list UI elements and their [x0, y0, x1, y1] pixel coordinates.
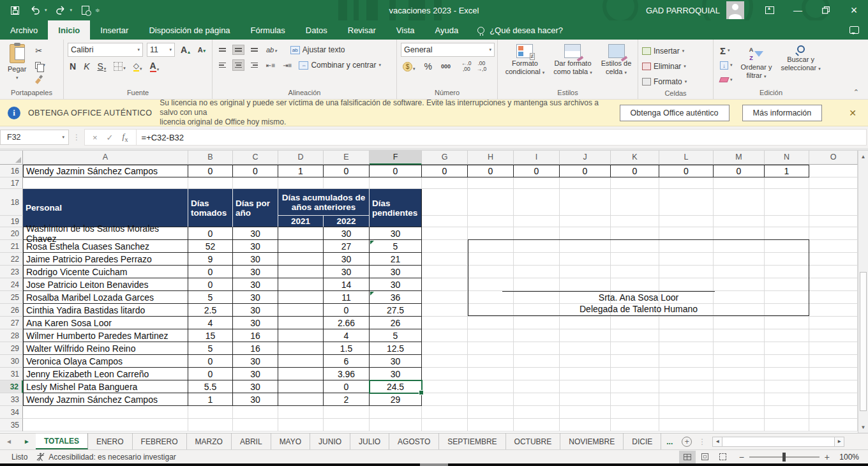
empty-cell[interactable] [422, 216, 468, 227]
empty-cell[interactable] [514, 355, 560, 368]
format-cells-button[interactable]: Formato▾ [642, 75, 687, 88]
cell-value[interactable]: 0 [560, 165, 611, 177]
cell-2021[interactable] [278, 266, 324, 278]
wrap-text-button[interactable]: abAjustar texto [290, 43, 345, 57]
empty-cell[interactable] [422, 227, 468, 240]
empty-cell[interactable] [765, 177, 809, 189]
empty-cell[interactable] [611, 329, 659, 342]
cell-dias-tomados[interactable]: 9 [188, 253, 233, 266]
empty-cell[interactable] [233, 419, 278, 432]
sheet-tab-enero[interactable]: ENERO [88, 433, 133, 449]
cell-dias-tomados[interactable]: 0 [188, 266, 233, 278]
empty-cell[interactable] [422, 355, 468, 368]
empty-cell[interactable] [422, 278, 468, 291]
empty-cell[interactable] [809, 329, 858, 342]
font-name-select[interactable]: Calibri▾ [68, 43, 143, 57]
cell-dias-pendientes[interactable]: 24.5 [370, 380, 422, 393]
empty-cell[interactable] [714, 393, 765, 406]
menu-tab-f-rmulas[interactable]: Fórmulas [241, 20, 296, 40]
menu-tab-insertar[interactable]: Insertar [90, 20, 138, 40]
empty-cell[interactable] [514, 419, 560, 432]
cell-dias-tomados[interactable]: 5 [188, 342, 233, 355]
empty-cell[interactable] [422, 342, 468, 355]
empty-cell[interactable] [809, 304, 858, 317]
empty-cell[interactable] [765, 406, 809, 419]
empty-cell[interactable] [468, 380, 514, 393]
header-dias-por-ano[interactable]: Días por año [233, 189, 278, 227]
empty-cell[interactable] [188, 419, 233, 432]
column-header-M[interactable]: M [714, 151, 765, 165]
empty-cell[interactable] [468, 419, 514, 432]
cell-name[interactable]: Ana Karen Sosa Loor [23, 317, 188, 329]
menu-tab-disposici-n-de-p-gina[interactable]: Disposición de página [138, 20, 240, 40]
format-painter-button[interactable] [33, 73, 48, 86]
cell-dias-por-ano[interactable]: 30 [233, 227, 278, 240]
format-as-table-button[interactable]: Dar formatocomo tabla ▾ [550, 43, 595, 78]
avatar[interactable] [726, 1, 744, 19]
cell-value[interactable]: 1 [765, 165, 809, 177]
column-header-K[interactable]: K [611, 151, 659, 165]
empty-cell[interactable] [514, 329, 560, 342]
autosum-button[interactable]: Σ▾ [717, 44, 735, 57]
cell-2021[interactable] [278, 393, 324, 406]
cell-name[interactable]: Wendy Jazmin Sánchez Campos [23, 165, 188, 177]
row-header-27[interactable]: 27 [0, 317, 23, 329]
cell-dias-pendientes[interactable]: 12.5 [370, 342, 422, 355]
empty-cell[interactable] [714, 216, 765, 227]
empty-cell[interactable] [514, 342, 560, 355]
cell-2021[interactable] [278, 291, 324, 304]
cell-value[interactable]: 1 [278, 165, 324, 177]
header-dias-acumulados[interactable]: Días acumulados de años anteriores [278, 189, 370, 216]
italic-button[interactable]: K [82, 61, 91, 72]
paste-button[interactable]: Pegar ▾ [4, 43, 30, 83]
user-name[interactable]: GAD PARROQUIAL [646, 6, 720, 15]
empty-cell[interactable] [611, 406, 659, 419]
insert-cells-button[interactable]: Insertar▾ [642, 45, 687, 57]
empty-cell[interactable] [468, 227, 514, 240]
column-header-E[interactable]: E [324, 151, 370, 165]
fill-color-button[interactable]: ◇▾ [131, 61, 144, 72]
empty-cell[interactable] [611, 342, 659, 355]
empty-cell[interactable] [422, 177, 468, 189]
cell-2021[interactable] [278, 342, 324, 355]
empty-cell[interactable] [560, 329, 611, 342]
empty-cell[interactable] [370, 177, 422, 189]
empty-cell[interactable] [611, 380, 659, 393]
cell-dias-pendientes[interactable]: 27.5 [370, 304, 422, 317]
header-dias-pendientes[interactable]: Días pendientes [370, 189, 422, 227]
zoom-out-icon[interactable]: − [739, 452, 744, 462]
empty-cell[interactable] [514, 368, 560, 380]
header-2021[interactable]: 2021 [278, 216, 324, 227]
empty-cell[interactable] [714, 177, 765, 189]
cell-2022[interactable]: 2 [324, 393, 370, 406]
align-top-button[interactable] [216, 45, 228, 54]
empty-cell[interactable] [809, 189, 858, 216]
empty-cell[interactable] [714, 342, 765, 355]
empty-cell[interactable] [765, 393, 809, 406]
undo-caret-icon[interactable]: ▾ [45, 8, 47, 13]
empty-cell[interactable] [514, 177, 560, 189]
row-header-26[interactable]: 26 [0, 304, 23, 317]
empty-cell[interactable] [422, 291, 468, 304]
empty-cell[interactable] [765, 419, 809, 432]
decrease-decimal-button[interactable]: .00→,0 [477, 61, 487, 72]
row-header-16[interactable]: 16 [0, 165, 23, 177]
empty-cell[interactable] [188, 406, 233, 419]
decrease-indent-button[interactable]: ⇤≡ [264, 61, 277, 70]
column-header-A[interactable]: A [23, 151, 188, 165]
empty-cell[interactable] [514, 317, 560, 329]
empty-cell[interactable] [809, 240, 858, 253]
cell-name[interactable]: Veronica Olaya Campos [23, 355, 188, 368]
empty-cell[interactable] [560, 227, 611, 240]
empty-cell[interactable] [370, 406, 422, 419]
empty-cell[interactable] [714, 368, 765, 380]
cell-dias-pendientes[interactable]: 5 [370, 240, 422, 253]
cell-2021[interactable] [278, 304, 324, 317]
normal-view-button[interactable] [679, 451, 696, 463]
empty-cell[interactable] [611, 393, 659, 406]
cell-name[interactable]: Walter Wilfrido Reino Reino [23, 342, 188, 355]
empty-cell[interactable] [560, 419, 611, 432]
empty-cell[interactable] [514, 189, 560, 216]
cell-value[interactable]: 0 [324, 165, 370, 177]
menu-tab-archivo[interactable]: Archivo [0, 20, 48, 40]
